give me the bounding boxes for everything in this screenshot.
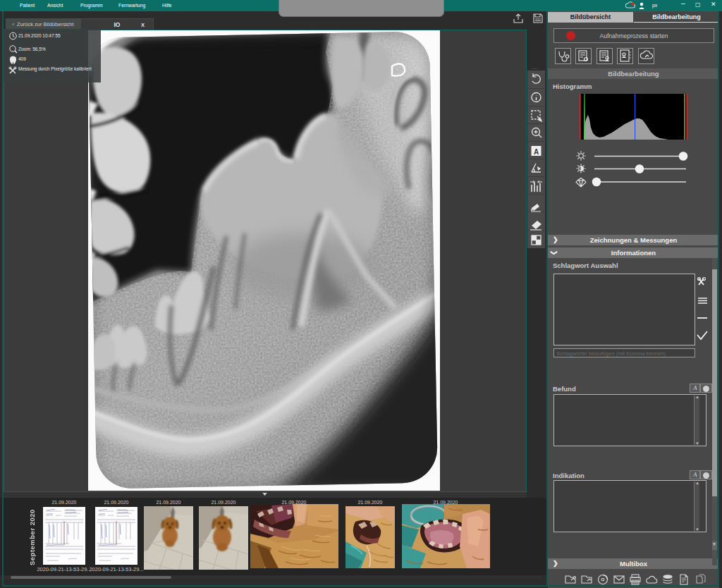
svg-text:A: A — [534, 148, 539, 156]
